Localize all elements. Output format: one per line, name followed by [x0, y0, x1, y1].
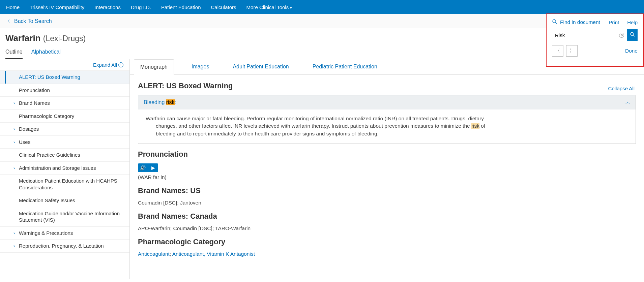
- outline-pharm-category[interactable]: Pharmacologic Category: [0, 110, 129, 123]
- section-alert-heading: ALERT: US Boxed Warning: [138, 82, 636, 90]
- outline-list[interactable]: ALERT: US Boxed Warning Pronunciation ›B…: [0, 71, 129, 279]
- find-done-button[interactable]: Done: [625, 48, 638, 54]
- drug-name: Warfarin: [5, 33, 41, 43]
- nav-patient-ed[interactable]: Patient Education: [161, 4, 201, 10]
- outline-sidebar: Expand All ALERT: US Boxed Warning Pronu…: [0, 59, 130, 279]
- chevron-right-icon: ›: [13, 230, 15, 236]
- chevron-right-icon: ›: [13, 243, 15, 249]
- svg-line-1: [555, 22, 557, 24]
- expand-all-button[interactable]: Expand All: [0, 59, 129, 71]
- outline-dosages[interactable]: ›Dosages: [0, 123, 129, 136]
- collapse-all-button[interactable]: Collapse All: [608, 86, 635, 91]
- boxed-warning-toggle[interactable]: Bleeding risk: ︿: [138, 95, 636, 109]
- section-pronunciation-heading: Pronunciation: [138, 150, 636, 159]
- outline-clinical-guidelines[interactable]: Clinical Practice Guidelines: [0, 149, 129, 162]
- help-button[interactable]: Help: [627, 20, 638, 25]
- pronunciation-player: 🔊 ▶: [138, 163, 158, 172]
- speaker-icon[interactable]: 🔊: [138, 163, 148, 172]
- chevron-down-icon: ▾: [290, 6, 292, 10]
- section-brand-ca-heading: Brand Names: Canada: [138, 212, 636, 221]
- pharm-category-text: Anticoagulant; Anticoagulant, Vitamin K …: [138, 251, 636, 257]
- svg-point-2: [631, 32, 634, 35]
- find-input[interactable]: [555, 29, 619, 41]
- nav-trissels[interactable]: Trissel's IV Compatibility: [30, 4, 84, 10]
- nav-calculators[interactable]: Calculators: [211, 4, 236, 10]
- find-submit-button[interactable]: [627, 29, 638, 41]
- brand-ca-text: APO-Warfarin; Coumadin [DSC]; TARO-Warfa…: [138, 225, 636, 231]
- section-pharm-heading: Pharmacologic Category: [138, 238, 636, 246]
- outline-admin-storage[interactable]: ›Administration and Storage Issues: [0, 162, 129, 175]
- search-icon: [630, 32, 635, 38]
- find-input-wrapper: ✕: [552, 29, 627, 41]
- tab-alphabetical[interactable]: Alphabetical: [31, 49, 61, 59]
- boxed-warning-body: Warfarin can cause major or fatal bleedi…: [138, 109, 636, 144]
- top-nav: Home Trissel's IV Compatibility Interact…: [0, 0, 644, 14]
- expand-all-icon: [118, 62, 123, 67]
- find-prev-button[interactable]: 〈: [552, 45, 563, 57]
- chevron-up-icon: ︿: [625, 99, 630, 105]
- boxed-warning-title: Bleeding risk:: [144, 99, 176, 105]
- chevron-right-icon: ›: [13, 139, 15, 145]
- outline-safety-issues[interactable]: Medication Safety Issues: [0, 194, 129, 207]
- search-highlight: risk: [166, 99, 175, 105]
- monograph-content[interactable]: Monograph Images Adult Patient Education…: [130, 59, 644, 279]
- tab-images[interactable]: Images: [185, 59, 215, 74]
- tab-adult-ed[interactable]: Adult Patient Education: [227, 59, 295, 74]
- clear-icon[interactable]: ✕: [619, 33, 624, 38]
- chevron-right-icon: ›: [13, 100, 15, 106]
- chevron-right-icon: ›: [13, 126, 15, 132]
- print-button[interactable]: Print: [609, 20, 619, 25]
- outline-reproduction[interactable]: ›Reproduction, Pregnancy, & Lactation: [0, 240, 129, 253]
- tab-pediatric-ed[interactable]: Pediatric Patient Education: [306, 59, 383, 74]
- outline-pronunciation[interactable]: Pronunciation: [0, 84, 129, 97]
- back-label: Back To Search: [14, 18, 52, 24]
- search-highlight: risk: [471, 123, 479, 129]
- nav-drug-id[interactable]: Drug I.D.: [131, 4, 151, 10]
- find-next-button[interactable]: 〉: [566, 45, 578, 57]
- find-in-document-panel: Find in document Print Help ✕ 〈 〉 Done: [546, 13, 644, 67]
- nav-home[interactable]: Home: [6, 4, 20, 10]
- play-icon[interactable]: ▶: [148, 163, 158, 172]
- nav-interactions[interactable]: Interactions: [94, 4, 121, 10]
- brand-us-text: Coumadin [DSC]; Jantoven: [138, 200, 636, 206]
- pharm-link-anticoagulant[interactable]: Anticoagulant: [138, 251, 170, 257]
- svg-point-0: [553, 20, 556, 23]
- outline-hcahps[interactable]: Medication Patient Education with HCAHPS…: [0, 175, 129, 194]
- svg-line-3: [633, 35, 635, 36]
- chevron-right-icon: ›: [13, 165, 15, 171]
- pharm-link-vitk[interactable]: Anticoagulant, Vitamin K Antagonist: [172, 251, 255, 257]
- find-label[interactable]: Find in document: [552, 19, 600, 26]
- search-icon: [552, 19, 557, 26]
- outline-alert-boxed-warning[interactable]: ALERT: US Boxed Warning: [0, 71, 129, 84]
- chevron-left-icon: 〈: [5, 18, 10, 24]
- boxed-warning-panel: Bleeding risk: ︿ Warfarin can cause majo…: [138, 95, 636, 144]
- section-brand-us-heading: Brand Names: US: [138, 186, 636, 195]
- nav-more-tools[interactable]: More Clinical Tools▾: [246, 4, 292, 10]
- outline-med-guide-vis[interactable]: Medication Guide and/or Vaccine Informat…: [0, 207, 129, 227]
- outline-warnings[interactable]: ›Warnings & Precautions: [0, 227, 129, 240]
- tab-outline[interactable]: Outline: [5, 49, 23, 59]
- outline-brand-names[interactable]: ›Brand Names: [0, 97, 129, 110]
- drug-source: (Lexi-Drugs): [43, 34, 86, 43]
- pronunciation-text: (WAR far in): [138, 174, 636, 180]
- outline-uses[interactable]: ›Uses: [0, 136, 129, 149]
- tab-monograph[interactable]: Monograph: [134, 59, 174, 75]
